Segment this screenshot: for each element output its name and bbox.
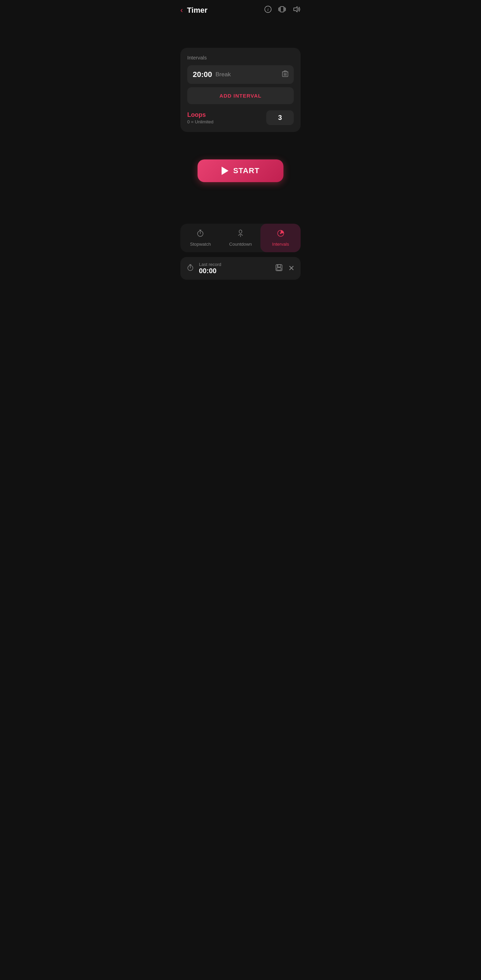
interval-time[interactable]: 20:00 (193, 70, 212, 79)
main-content: Intervals 20:00 Break ADD INTERVAL (173, 20, 308, 224)
tab-intervals[interactable]: Intervals (260, 224, 301, 252)
last-record-bar: Last record 00:00 ✕ (180, 257, 301, 280)
countdown-icon (237, 229, 244, 240)
loops-subtitle: 0 = Unlimited (187, 119, 213, 124)
close-record-button[interactable]: ✕ (288, 264, 294, 273)
tab-bar: Stopwatch Countdown Intervals (180, 224, 301, 252)
add-interval-button[interactable]: ADD INTERVAL (187, 87, 294, 104)
tab-stopwatch[interactable]: Stopwatch (180, 224, 221, 252)
start-area: START (198, 159, 284, 182)
interval-item: 20:00 Break (187, 65, 294, 84)
info-icon[interactable]: i (264, 5, 272, 15)
stopwatch-icon (196, 229, 205, 240)
stopwatch-label: Stopwatch (190, 242, 211, 247)
last-record-info: Last record 00:00 (199, 262, 270, 275)
save-record-button[interactable] (275, 264, 283, 273)
svg-point-20 (239, 230, 242, 233)
start-button-label: START (233, 166, 260, 175)
sound-icon[interactable] (292, 5, 301, 15)
loops-row: Loops 0 = Unlimited 3 (187, 110, 294, 125)
intervals-label: Intervals (272, 242, 289, 247)
loops-value[interactable]: 3 (266, 110, 294, 125)
intervals-label: Intervals (187, 55, 294, 60)
vibrate-icon[interactable] (278, 5, 286, 15)
delete-interval-button[interactable] (282, 70, 288, 79)
svg-marker-7 (294, 6, 297, 12)
svg-text:i: i (267, 7, 268, 12)
svg-point-23 (280, 232, 281, 234)
back-button[interactable]: ‹ (180, 6, 183, 15)
last-record-timer-icon (187, 264, 194, 273)
loops-title: Loops (187, 111, 213, 119)
play-icon (222, 167, 229, 175)
header-icons: i (264, 5, 301, 15)
last-record-actions: ✕ (275, 264, 294, 273)
app-title: Timer (187, 6, 208, 15)
last-record-label: Last record (199, 262, 270, 267)
svg-rect-2 (280, 6, 284, 12)
interval-time-group: 20:00 Break (193, 70, 231, 79)
app-header: ‹ Timer i (173, 0, 308, 20)
intervals-icon (276, 229, 285, 240)
loops-info: Loops 0 = Unlimited (187, 111, 213, 124)
header-left: ‹ Timer (180, 6, 208, 15)
last-record-time: 00:00 (199, 267, 270, 275)
tab-countdown[interactable]: Countdown (221, 224, 261, 252)
interval-type[interactable]: Break (216, 71, 230, 78)
countdown-label: Countdown (229, 242, 252, 247)
svg-rect-30 (277, 268, 281, 270)
start-button[interactable]: START (198, 159, 284, 182)
intervals-card: Intervals 20:00 Break ADD INTERVAL (180, 48, 301, 132)
